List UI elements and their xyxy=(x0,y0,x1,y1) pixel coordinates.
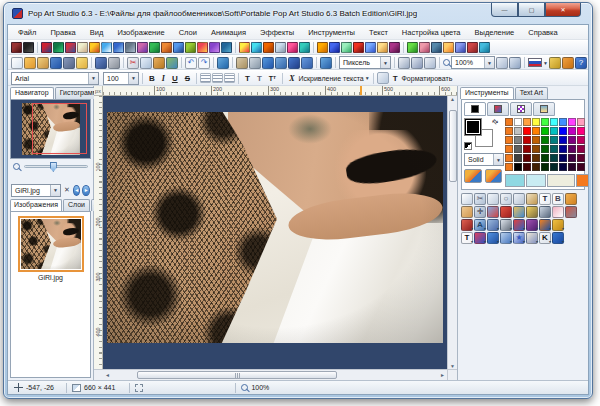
palette-swatch[interactable] xyxy=(559,145,567,153)
settings-icon[interactable] xyxy=(320,57,332,69)
grid-color-icon[interactable] xyxy=(424,57,436,69)
undo-icon[interactable]: ↶ xyxy=(185,57,197,69)
align-left-icon[interactable] xyxy=(200,73,211,83)
open-folder-icon[interactable] xyxy=(24,57,36,69)
palette-swatch[interactable] xyxy=(541,163,549,171)
font-family-combo[interactable]: Arial ▼ xyxy=(11,72,99,85)
image-thumbnail-selected[interactable] xyxy=(18,216,84,272)
tool-dropdown-icon[interactable]: ▾ xyxy=(497,240,499,244)
text-tool[interactable]: T xyxy=(539,193,551,205)
effect-blue-icon[interactable] xyxy=(113,42,124,53)
save-all-icon[interactable] xyxy=(63,57,75,69)
warp-icon[interactable]: X xyxy=(286,74,297,83)
palette-swatch[interactable] xyxy=(577,145,585,153)
grid-snap-icon[interactable] xyxy=(411,57,423,69)
palette-swatch[interactable] xyxy=(541,145,549,153)
effect-popart-1-icon[interactable] xyxy=(41,42,52,53)
effect-azure-icon[interactable] xyxy=(173,42,184,53)
palette-swatch[interactable] xyxy=(514,118,522,126)
fill-square-tool[interactable]: ▾ xyxy=(487,232,499,244)
menu-item[interactable]: Эффекты xyxy=(253,26,301,39)
effect-sand-icon[interactable] xyxy=(377,42,388,53)
tab-images[interactable]: Изображения xyxy=(10,199,62,211)
tab-layers[interactable]: Слои xyxy=(63,199,90,211)
palette-swatch[interactable] xyxy=(577,154,585,162)
effect-gray-icon[interactable] xyxy=(125,42,136,53)
palette-swatch[interactable] xyxy=(514,163,522,171)
effect-sky-icon[interactable] xyxy=(101,42,112,53)
foreground-color-swatch[interactable] xyxy=(464,118,482,136)
tool-dropdown-icon[interactable]: ▾ xyxy=(549,240,551,244)
tool-dropdown-icon[interactable]: ▾ xyxy=(510,227,512,231)
menu-item[interactable]: Анимация xyxy=(204,26,253,39)
line-tool[interactable] xyxy=(539,206,551,218)
next-image-button[interactable]: ► xyxy=(82,185,90,196)
comment-icon[interactable] xyxy=(76,57,88,69)
palette-swatch[interactable] xyxy=(568,118,576,126)
open-image-icon[interactable] xyxy=(37,57,49,69)
chevron-down-icon[interactable]: ▼ xyxy=(88,73,98,84)
smudge-tool[interactable]: ▾ xyxy=(487,219,499,231)
tab-navigator[interactable]: Навигатор xyxy=(10,87,54,99)
effect-cyan-icon[interactable] xyxy=(251,42,262,53)
brush-tool[interactable] xyxy=(500,206,512,218)
menu-item[interactable]: Изображение xyxy=(110,26,171,39)
palette-swatch[interactable] xyxy=(523,163,531,171)
tab-solid-fill[interactable] xyxy=(464,102,486,116)
transform-k-tool[interactable]: K▾ xyxy=(539,232,551,244)
tool-dropdown-icon[interactable]: ▾ xyxy=(523,227,525,231)
effect-purple-icon[interactable] xyxy=(209,42,220,53)
effect-indigo-icon[interactable] xyxy=(329,42,340,53)
effect-plum-icon[interactable] xyxy=(389,42,400,53)
effect-dark-icon[interactable] xyxy=(23,42,34,53)
palette-swatch[interactable] xyxy=(541,118,549,126)
recent-color-swatch[interactable] xyxy=(576,174,589,187)
eraser-tool[interactable] xyxy=(552,206,564,218)
chevron-down-icon[interactable]: ▼ xyxy=(128,73,138,84)
save-icon[interactable] xyxy=(95,57,107,69)
effect-yellow-red-icon[interactable] xyxy=(239,42,250,53)
palette-accent-swatch[interactable] xyxy=(505,145,513,153)
crop-icon[interactable] xyxy=(249,57,261,69)
minimize-button[interactable]: — xyxy=(491,3,518,17)
zoom-combo[interactable]: 100% ▼ xyxy=(451,56,495,69)
effect-violet-icon[interactable] xyxy=(137,42,148,53)
zoom-slider[interactable] xyxy=(24,165,88,168)
tool-dropdown-icon[interactable]: ▾ xyxy=(536,240,538,244)
palette-swatch[interactable] xyxy=(541,127,549,135)
copy-icon[interactable] xyxy=(140,57,152,69)
scroll-up-icon[interactable]: ▲ xyxy=(450,96,455,102)
user-icon[interactable] xyxy=(50,57,62,69)
lasso-tool[interactable] xyxy=(513,193,525,205)
vscroll-thumb[interactable] xyxy=(449,110,457,182)
color-blocks-tool[interactable]: ▾ xyxy=(513,219,525,231)
menu-item[interactable]: Файл xyxy=(11,26,43,39)
effect-steel-icon[interactable] xyxy=(221,42,232,53)
palette-swatch[interactable] xyxy=(541,154,549,162)
palette-swatch[interactable] xyxy=(514,136,522,144)
align-right-icon[interactable] xyxy=(224,73,235,83)
new-file-icon[interactable] xyxy=(11,57,23,69)
palette-swatch[interactable] xyxy=(514,145,522,153)
palette-swatch[interactable] xyxy=(514,154,522,162)
palette-swatch[interactable] xyxy=(550,118,558,126)
effect-cobalt-icon[interactable] xyxy=(455,42,466,53)
effect-amber-icon[interactable] xyxy=(317,42,328,53)
open-file-combo[interactable]: GiRl.jpg ▼ xyxy=(11,184,61,197)
menu-item[interactable]: Настройка цвета xyxy=(395,26,468,39)
chevron-down-icon[interactable]: ▼ xyxy=(380,57,390,68)
gradient-s-tool[interactable]: ▾ xyxy=(474,232,486,244)
bold-button[interactable]: B xyxy=(146,74,158,83)
palette-swatch[interactable] xyxy=(532,136,540,144)
prev-image-button[interactable]: ◄ xyxy=(73,185,81,196)
print-icon[interactable] xyxy=(108,57,120,69)
grid-icon[interactable] xyxy=(398,57,410,69)
zoom-out-icon[interactable] xyxy=(443,59,450,66)
palette-swatch[interactable] xyxy=(523,118,531,126)
chevron-down-icon[interactable]: ▼ xyxy=(365,75,370,81)
effect-red-yellow-icon[interactable] xyxy=(197,42,208,53)
palette-swatch[interactable] xyxy=(559,127,567,135)
effect-flag-norway-icon[interactable] xyxy=(65,42,76,53)
palette-swatch[interactable] xyxy=(523,127,531,135)
tool-dropdown-icon[interactable]: ▾ xyxy=(471,240,473,244)
